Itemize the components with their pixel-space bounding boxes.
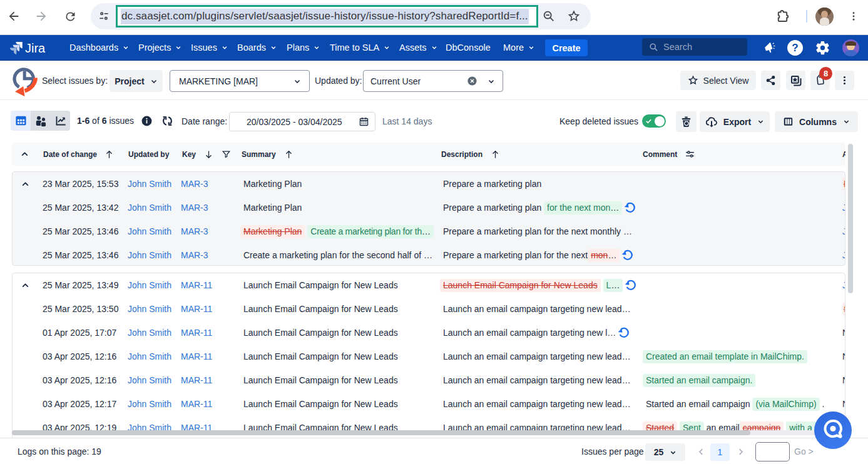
svg-text:Jira: Jira [25, 41, 46, 55]
